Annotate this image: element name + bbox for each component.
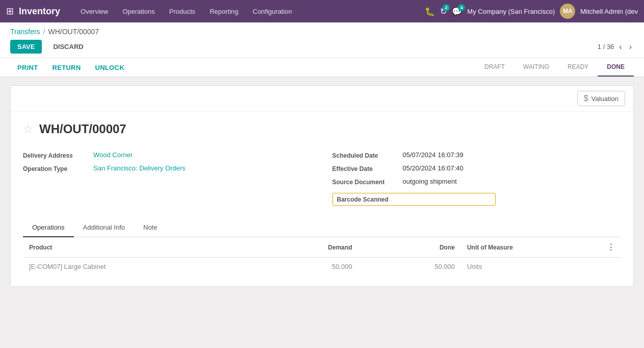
pagination: 1 / 36 ‹ › [598, 41, 634, 53]
print-button[interactable]: PRINT [10, 59, 45, 77]
username: Mitchell Admin (dev [580, 8, 638, 15]
document-title: WH/OUT/00007 [39, 122, 126, 136]
cell-done: 50.000 [383, 258, 461, 276]
doc-header: ☆ WH/OUT/00007 [23, 122, 621, 136]
col-uom: Unit of Measure [461, 237, 601, 258]
tab-additional-info[interactable]: Additional Info [74, 218, 134, 237]
form-fields: Delivery Address Wood Corner Operation T… [23, 148, 621, 208]
scheduled-date-value: 05/07/2024 16:07:39 [403, 151, 463, 159]
barcode-label: Barcode Scanned [337, 196, 389, 203]
status-ready[interactable]: READY [558, 58, 598, 77]
menu-reporting[interactable]: Reporting [203, 5, 244, 18]
prev-button[interactable]: ‹ [617, 41, 624, 53]
operation-type-value[interactable]: San Francisco: Delivery Orders [93, 164, 186, 172]
nav-right: 🐛 ↻ 2 💬 4 My Company (San Francisco) MA … [425, 4, 638, 19]
col-done: Done [383, 237, 461, 258]
next-button[interactable]: › [627, 41, 634, 53]
source-document-label: Source Document [332, 178, 399, 186]
effective-date-label: Effective Date [332, 164, 399, 172]
scheduled-date-label: Scheduled Date [332, 151, 399, 159]
document-card: $ Valuation ☆ WH/OUT/00007 Delivery Addr… [10, 85, 634, 287]
favorite-star-icon[interactable]: ☆ [23, 122, 33, 136]
delivery-address-value[interactable]: Wood Corner [93, 151, 133, 159]
source-document-row: Source Document outgoing shipment [332, 175, 622, 188]
secondary-actions: PRINT RETURN UNLOCK [10, 59, 132, 77]
unlock-button[interactable]: UNLOCK [88, 59, 131, 77]
scheduled-date-row: Scheduled Date 05/07/2024 16:07:39 [332, 148, 622, 162]
barcode-field-container[interactable]: Barcode Scanned [332, 193, 496, 206]
menu-products[interactable]: Products [163, 5, 201, 18]
breadcrumb: Transfers / WH/OUT/00007 [0, 22, 644, 36]
save-button[interactable]: SAVE [10, 40, 42, 54]
tabs-bar: Operations Additional Info Note [23, 218, 621, 237]
effective-date-row: Effective Date 05/20/2024 16:07:40 [332, 162, 622, 175]
source-document-value: outgoing shipment [403, 178, 457, 185]
col-actions-header: ⋮ [601, 237, 621, 258]
form-right: Scheduled Date 05/07/2024 16:07:39 Effec… [332, 148, 622, 208]
app-brand: Inventory [19, 6, 60, 17]
main-content: $ Valuation ☆ WH/OUT/00007 Delivery Addr… [0, 77, 644, 295]
dollar-icon: $ [584, 94, 588, 103]
valuation-button[interactable]: $ Valuation [577, 91, 625, 106]
activity-badge: 2 [443, 4, 450, 11]
cell-actions [601, 258, 621, 276]
table-actions-icon[interactable]: ⋮ [607, 243, 615, 252]
user-avatar[interactable]: MA [560, 4, 575, 19]
pagination-info: 1 / 36 [598, 43, 614, 51]
table-row: [E-COM07] Large Cabinet 50.000 50.000 Un… [23, 258, 621, 276]
top-navigation: ⊞ Inventory Overview Operations Products… [0, 0, 644, 22]
cell-demand: 50.000 [237, 258, 383, 276]
chat-icon-btn[interactable]: 💬 4 [452, 7, 462, 16]
company-name: My Company (San Francisco) [467, 8, 555, 15]
bug-icon: 🐛 [425, 7, 435, 16]
barcode-input[interactable] [393, 195, 491, 203]
status-done[interactable]: DONE [598, 58, 634, 77]
debug-icon-btn[interactable]: 🐛 [425, 7, 435, 16]
activity-icon-btn[interactable]: ↻ 2 [440, 7, 447, 16]
tab-note[interactable]: Note [134, 218, 166, 237]
operations-table-wrapper: Product Demand Done Unit of Measure ⋮ [E… [23, 237, 621, 276]
col-product: Product [23, 237, 237, 258]
status-draft[interactable]: DRAFT [475, 58, 514, 77]
effective-date-value: 05/20/2024 16:07:40 [403, 164, 463, 172]
grid-icon[interactable]: ⊞ [6, 6, 14, 17]
breadcrumb-parent[interactable]: Transfers [10, 28, 40, 36]
secondary-toolbar: PRINT RETURN UNLOCK DRAFT WAITING READY … [0, 58, 644, 77]
delivery-address-row: Delivery Address Wood Corner [23, 148, 312, 162]
col-demand: Demand [237, 237, 383, 258]
menu-overview[interactable]: Overview [74, 5, 114, 18]
discard-button[interactable]: DISCARD [46, 40, 90, 54]
menu-operations[interactable]: Operations [116, 5, 161, 18]
operation-type-label: Operation Type [23, 164, 89, 172]
operation-type-row: Operation Type San Francisco: Delivery O… [23, 162, 312, 175]
cell-product: [E-COM07] Large Cabinet [23, 258, 237, 276]
action-bar: SAVE DISCARD 1 / 36 ‹ › [0, 36, 644, 58]
cell-uom: Units [461, 258, 601, 276]
delivery-address-label: Delivery Address [23, 151, 89, 159]
status-waiting[interactable]: WAITING [514, 58, 558, 77]
form-left: Delivery Address Wood Corner Operation T… [23, 148, 312, 208]
tab-operations[interactable]: Operations [23, 218, 74, 237]
table-header-row: Product Demand Done Unit of Measure ⋮ [23, 237, 621, 258]
menu-configuration[interactable]: Configuration [247, 5, 298, 18]
breadcrumb-separator: / [43, 28, 45, 36]
operations-table: Product Demand Done Unit of Measure ⋮ [E… [23, 237, 621, 276]
main-menu: Overview Operations Products Reporting C… [74, 5, 425, 18]
breadcrumb-current: WH/OUT/00007 [48, 28, 99, 36]
card-header: $ Valuation [11, 86, 633, 112]
card-body: ☆ WH/OUT/00007 Delivery Address Wood Cor… [11, 112, 633, 286]
barcode-row: Barcode Scanned [332, 190, 622, 208]
return-button[interactable]: RETURN [45, 59, 88, 77]
status-bar: DRAFT WAITING READY DONE [475, 58, 634, 77]
chat-badge: 4 [458, 4, 465, 11]
